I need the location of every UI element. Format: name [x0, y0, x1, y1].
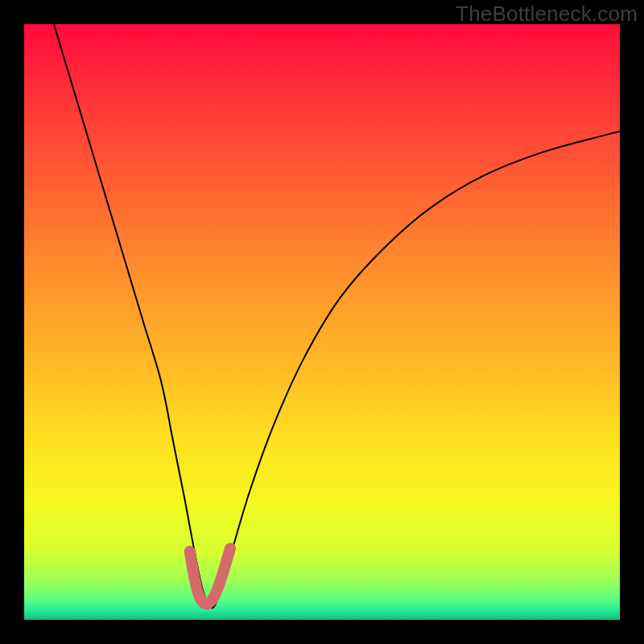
- watermark-label: TheBottleneck.com: [456, 2, 638, 27]
- plot-area: [24, 24, 620, 620]
- bottleneck-chart: [24, 24, 620, 620]
- chart-frame: TheBottleneck.com: [0, 0, 644, 644]
- gradient-background: [24, 24, 620, 620]
